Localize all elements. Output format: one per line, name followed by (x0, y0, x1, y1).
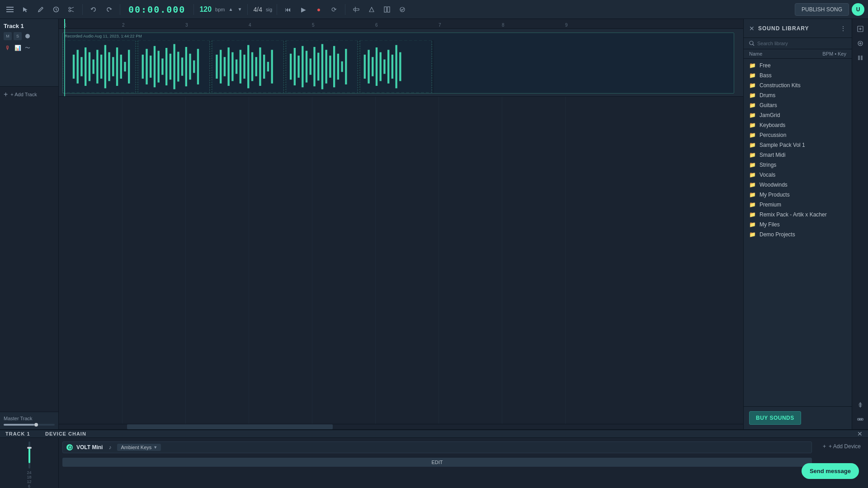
library-item-demo-projects[interactable]: 📁 Demo Projects (744, 230, 852, 239)
library-item-guitars[interactable]: 📁 Guitars (744, 100, 852, 110)
track1-mute-button[interactable]: M (4, 32, 12, 40)
library-item-construction-kits[interactable]: 📁 Construction Kits (744, 80, 852, 90)
master-track-section: Master Track (0, 412, 58, 429)
tool1-button[interactable] (350, 3, 363, 16)
svg-rect-59 (294, 48, 296, 85)
tool2-button[interactable] (365, 3, 378, 16)
add-device-button[interactable]: + + Add Device (819, 441, 864, 451)
svg-rect-8 (354, 9, 359, 10)
plugin-preset-selector[interactable]: Ambient Keys ▼ (117, 444, 161, 451)
track1-solo-button[interactable]: S (14, 32, 22, 40)
svg-rect-76 (376, 47, 377, 86)
svg-rect-15 (80, 57, 82, 76)
folder-icon: 📁 (749, 152, 756, 158)
library-item-woodwinds[interactable]: 📁 Woodwinds (744, 180, 852, 190)
menu-button[interactable] (4, 3, 16, 16)
loop-button[interactable]: ⟳ (328, 3, 340, 16)
scissors-tool-button[interactable] (65, 3, 78, 16)
svg-rect-74 (368, 50, 369, 83)
track1-record-icon[interactable]: 🎙 (4, 44, 12, 52)
play-button[interactable]: ▶ (297, 3, 310, 16)
col-name-label: Name (749, 51, 762, 56)
publish-song-button[interactable]: PUBLISH SONG (795, 3, 849, 16)
library-item-jamgrid[interactable]: 📁 JamGrid (744, 110, 852, 120)
library-search-input[interactable] (757, 41, 846, 46)
library-item-strings[interactable]: 📁 Strings (744, 160, 852, 170)
right-tool-5[interactable] (854, 413, 867, 426)
svg-rect-17 (89, 52, 90, 81)
user-avatar[interactable]: U (852, 3, 864, 16)
transport-time: 00:00.000 (128, 4, 185, 15)
library-settings-button[interactable]: ⋮ (840, 25, 846, 32)
arrange-empty[interactable] (59, 97, 743, 424)
right-tool-4[interactable] (854, 399, 867, 411)
skip-start-button[interactable]: ⏮ (282, 3, 294, 16)
svg-rect-44 (220, 50, 222, 83)
bpm-down-button[interactable]: ▼ (236, 3, 243, 16)
library-item-percussion[interactable]: 📁 Percussion (744, 130, 852, 140)
library-item-sample-pack-vol-1[interactable]: 📁 Sample Pack Vol 1 (744, 140, 852, 150)
grid-line-3 (185, 97, 186, 424)
library-item-remix-pack---artik-x-kacher[interactable]: 📁 Remix Pack - Artik x Kacher (744, 210, 852, 220)
add-track-icon: + (4, 90, 8, 99)
right-tool-3[interactable] (854, 52, 867, 64)
volume-fader-thumb[interactable] (27, 447, 32, 449)
svg-rect-46 (227, 47, 229, 86)
pencil-tool-button[interactable] (34, 3, 47, 16)
library-title: SOUND LIBRARY (758, 25, 809, 32)
library-item-free[interactable]: 📁 Free (744, 61, 852, 70)
buy-sounds-button[interactable]: BUY SOUNDS (749, 411, 801, 425)
audio-clip-1[interactable]: Recorded Audio Aug 11, 2023, 1:44:22 PM (62, 33, 734, 94)
library-close-button[interactable]: ✕ (749, 25, 755, 32)
device-chain-close-button[interactable]: ✕ (857, 430, 863, 437)
svg-rect-30 (150, 56, 151, 78)
tool4-button[interactable] (396, 3, 409, 16)
tool3-button[interactable] (381, 3, 393, 16)
add-track-label: + Add Track (10, 92, 37, 97)
library-item-smart-midi[interactable]: 📁 Smart Midi (744, 150, 852, 160)
track1-curve-icon[interactable]: 〜 (24, 44, 32, 52)
right-tool-2[interactable] (854, 37, 867, 50)
library-item-name: Guitars (760, 102, 777, 108)
library-item-bass[interactable]: 📁 Bass (744, 70, 852, 80)
library-item-premium[interactable]: 📁 Premium (744, 200, 852, 210)
track1-header: Track 1 M S 🎙 📊 〜 (0, 19, 58, 87)
svg-rect-31 (154, 46, 156, 87)
library-item-name: Bass (760, 72, 772, 79)
library-item-vocals[interactable]: 📁 Vocals (744, 170, 852, 180)
arrange-scrollbar[interactable] (59, 424, 743, 429)
svg-rect-65 (317, 53, 319, 81)
svg-rect-48 (236, 60, 237, 74)
add-track-button[interactable]: + + Add Track (0, 87, 58, 102)
svg-rect-62 (306, 51, 307, 82)
record-button[interactable]: ● (312, 3, 325, 16)
device-edit-button[interactable]: EDIT (62, 458, 812, 467)
scrollbar-thumb[interactable] (127, 424, 332, 429)
library-item-my-files[interactable]: 📁 My Files (744, 220, 852, 230)
bpm-up-button[interactable]: ▲ (227, 3, 234, 16)
master-volume-slider[interactable] (4, 424, 55, 426)
track1-lane[interactable]: Recorded Audio Aug 11, 2023, 1:44:22 PM (59, 29, 743, 97)
separator-6 (345, 4, 345, 15)
library-item-drums[interactable]: 📁 Drums (744, 90, 852, 100)
bpm-display: 120 (199, 5, 212, 14)
audio-clip-label: Recorded Audio Aug 11, 2023, 1:44:22 PM (65, 34, 142, 38)
select-tool-button[interactable] (19, 3, 32, 16)
clock-tool-button[interactable] (50, 3, 62, 16)
send-message-button[interactable]: Send message (802, 463, 859, 479)
device-chain-left-panel: 24 18 12 6 0 -6 MUTE SOLO 🎙 📊 (0, 438, 59, 488)
track1-fx-icon[interactable]: 📊 (14, 44, 22, 52)
redo-button[interactable] (103, 3, 115, 16)
svg-rect-82 (399, 52, 401, 81)
track1-volume-knob[interactable] (25, 34, 30, 38)
library-item-keyboards[interactable]: 📁 Keyboards (744, 120, 852, 130)
right-tool-1[interactable] (854, 23, 867, 35)
library-item-my-products[interactable]: 📁 My Products (744, 190, 852, 200)
svg-rect-78 (383, 60, 385, 74)
ruler-mark-9: 9 (565, 23, 568, 28)
undo-button[interactable] (87, 3, 100, 16)
plugin-power-button[interactable]: ⏻ (66, 444, 73, 450)
svg-rect-28 (142, 55, 144, 79)
svg-rect-29 (146, 49, 147, 84)
svg-rect-101 (858, 56, 860, 60)
